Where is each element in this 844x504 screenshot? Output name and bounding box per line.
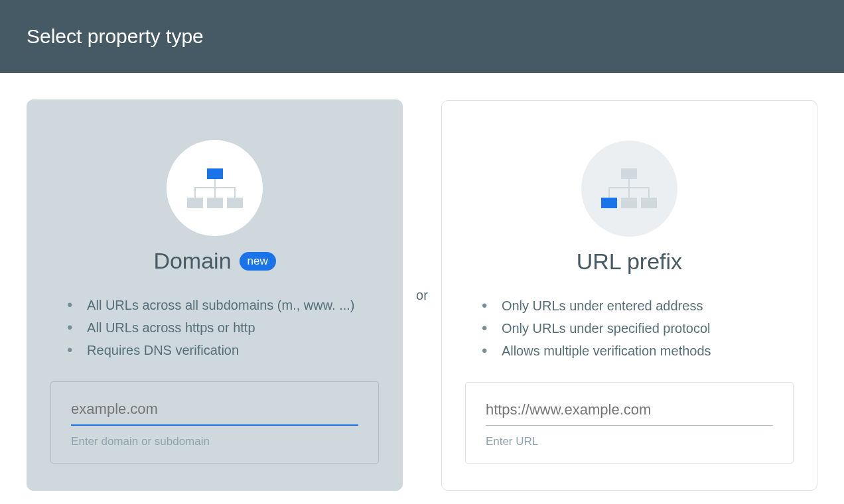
url-feature-list: Only URLs under entered address Only URL…: [465, 294, 794, 362]
feature-item: All URLs across https or http: [67, 316, 379, 339]
sitemap-url-icon: [601, 168, 657, 208]
dialog-header: Select property type: [0, 0, 844, 73]
url-input-helper: Enter URL: [486, 435, 773, 448]
url-prefix-card[interactable]: URL prefix Only URLs under entered addre…: [441, 100, 817, 491]
domain-card[interactable]: Domain new All URLs across all subdomain…: [27, 99, 403, 491]
feature-item: Allows multiple verification methods: [482, 340, 794, 362]
domain-input-box: Enter domain or subdomain: [50, 381, 379, 464]
sitemap-domain-icon: [187, 168, 243, 208]
url-title-row: URL prefix: [465, 249, 794, 275]
feature-item: Only URLs under specified protocol: [482, 317, 794, 340]
feature-item: Requires DNS verification: [67, 339, 379, 361]
or-separator: or: [403, 288, 441, 303]
feature-item: All URLs across all subdomains (m., www.…: [67, 294, 379, 316]
domain-card-title: Domain: [153, 248, 231, 274]
feature-item: Only URLs under entered address: [482, 294, 794, 317]
page-title: Select property type: [27, 25, 204, 48]
url-icon-circle: [581, 141, 677, 237]
new-badge: new: [240, 252, 276, 271]
url-input-box: Enter URL: [465, 382, 794, 464]
url-card-title: URL prefix: [577, 249, 682, 275]
domain-icon-circle: [167, 140, 263, 236]
domain-feature-list: All URLs across all subdomains (m., www.…: [50, 294, 379, 361]
url-input[interactable]: [486, 401, 773, 426]
domain-input-helper: Enter domain or subdomain: [71, 435, 358, 448]
domain-input[interactable]: [71, 401, 358, 426]
domain-title-row: Domain new: [50, 248, 379, 274]
property-type-content: Domain new All URLs across all subdomain…: [0, 73, 844, 491]
